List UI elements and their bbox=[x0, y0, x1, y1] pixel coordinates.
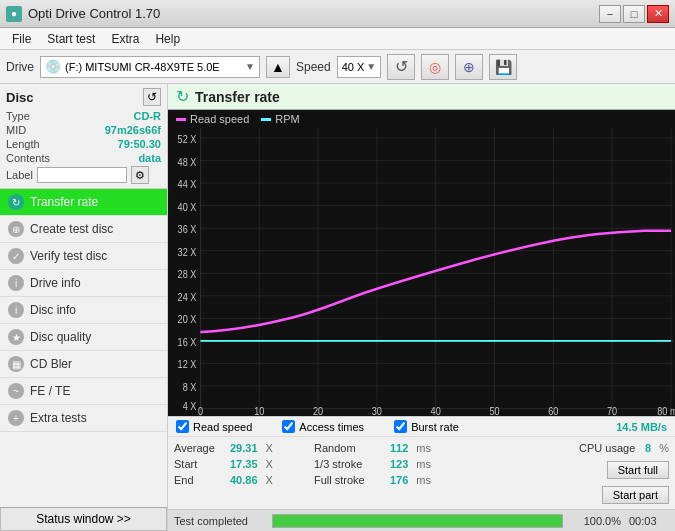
nav-label-create-test-disc: Create test disc bbox=[30, 222, 113, 236]
nav-item-cd-bler[interactable]: ▦ CD Bler bbox=[0, 351, 167, 378]
check-burst-rate: Burst rate bbox=[394, 420, 459, 433]
nav-icon-cd-bler: ▦ bbox=[8, 356, 24, 372]
disc-mid-key: MID bbox=[6, 124, 26, 136]
drive-selector[interactable]: 💿 (F:) MITSUMI CR-48X9TE 5.0E ▼ bbox=[40, 56, 260, 78]
svg-text:28 X: 28 X bbox=[178, 268, 197, 280]
menu-start-test[interactable]: Start test bbox=[39, 30, 103, 48]
nav-label-drive-info: Drive info bbox=[30, 276, 81, 290]
legend-dot-pink bbox=[176, 118, 186, 121]
progress-bar-inner bbox=[273, 515, 562, 527]
disc-mid-value: 97m26s66f bbox=[105, 124, 161, 136]
speed-selector[interactable]: 40 X ▼ bbox=[337, 56, 382, 78]
checkbox-read-speed[interactable] bbox=[176, 420, 189, 433]
svg-text:8 X: 8 X bbox=[183, 381, 197, 393]
svg-rect-0 bbox=[168, 128, 675, 416]
menu-extra[interactable]: Extra bbox=[103, 30, 147, 48]
nav-label-fe-te: FE / TE bbox=[30, 384, 70, 398]
stat-start-row: Start 17.35 X bbox=[174, 456, 314, 472]
svg-text:40: 40 bbox=[431, 405, 441, 416]
nav-icon-disc-quality: ★ bbox=[8, 329, 24, 345]
speed-value: 40 X bbox=[342, 61, 365, 73]
close-button[interactable]: ✕ bbox=[647, 5, 669, 23]
disc-type-key: Type bbox=[6, 110, 30, 122]
chart-legend: Read speed RPM bbox=[168, 110, 675, 128]
stat-random-row: Random 112 ms bbox=[314, 440, 464, 456]
disc-label-input[interactable] bbox=[37, 167, 127, 183]
stat-fullstroke-row: Full stroke 176 ms bbox=[314, 472, 464, 488]
stat-start-key: Start bbox=[174, 458, 224, 470]
menu-help[interactable]: Help bbox=[147, 30, 188, 48]
progress-bar-outer bbox=[272, 514, 563, 528]
window-controls: − □ ✕ bbox=[599, 5, 669, 23]
legend-rpm-label: RPM bbox=[275, 113, 299, 125]
disc-section-title: Disc bbox=[6, 90, 33, 105]
nav-icon-fe-te: ~ bbox=[8, 383, 24, 399]
svg-text:40 X: 40 X bbox=[178, 201, 197, 213]
disc-type-value: CD-R bbox=[134, 110, 162, 122]
svg-text:24 X: 24 X bbox=[178, 291, 197, 303]
stat-onethird-key: 1/3 stroke bbox=[314, 458, 384, 470]
nav-icon-disc-info: i bbox=[8, 302, 24, 318]
maximize-button[interactable]: □ bbox=[623, 5, 645, 23]
disc-label-key: Label bbox=[6, 169, 33, 181]
svg-text:30: 30 bbox=[372, 405, 382, 416]
checkbox-access-times[interactable] bbox=[282, 420, 295, 433]
nav-label-extra-tests: Extra tests bbox=[30, 411, 87, 425]
save-button[interactable]: 💾 bbox=[489, 54, 517, 80]
start-full-button[interactable]: Start full bbox=[607, 461, 669, 479]
title-bar: ● Opti Drive Control 1.70 − □ ✕ bbox=[0, 0, 675, 28]
nav-item-fe-te[interactable]: ~ FE / TE bbox=[0, 378, 167, 405]
drive-label: Drive bbox=[6, 60, 34, 74]
checkbox-burst-rate[interactable] bbox=[394, 420, 407, 433]
stat-cpu-unit: % bbox=[659, 442, 669, 454]
svg-text:70: 70 bbox=[607, 405, 617, 416]
stat-onethird-row: 1/3 stroke 123 ms bbox=[314, 456, 464, 472]
eject-button[interactable]: ▲ bbox=[266, 56, 290, 78]
status-window-button[interactable]: Status window >> bbox=[0, 507, 167, 531]
svg-text:48 X: 48 X bbox=[178, 156, 197, 168]
app-title: Opti Drive Control 1.70 bbox=[28, 6, 160, 21]
nav-item-transfer-rate[interactable]: ↻ Transfer rate bbox=[0, 189, 167, 216]
erase-button[interactable]: ◎ bbox=[421, 54, 449, 80]
refresh-drive-button[interactable]: ↺ bbox=[387, 54, 415, 80]
nav-item-disc-quality[interactable]: ★ Disc quality bbox=[0, 324, 167, 351]
copy-button[interactable]: ⊕ bbox=[455, 54, 483, 80]
legend-read-speed: Read speed bbox=[176, 113, 249, 125]
nav-item-verify-test-disc[interactable]: ✓ Verify test disc bbox=[0, 243, 167, 270]
nav-icon-transfer-rate: ↻ bbox=[8, 194, 24, 210]
checkboxes-row: Read speed Access times Burst rate 14.5 … bbox=[168, 417, 675, 437]
nav-item-drive-info[interactable]: i Drive info bbox=[0, 270, 167, 297]
app-icon: ● bbox=[6, 6, 22, 22]
menu-file[interactable]: File bbox=[4, 30, 39, 48]
stat-start-value: 17.35 bbox=[230, 458, 258, 470]
stat-fullstroke-key: Full stroke bbox=[314, 474, 384, 486]
stat-fullstroke-unit: ms bbox=[416, 474, 431, 486]
stat-end-key: End bbox=[174, 474, 224, 486]
stat-average-key: Average bbox=[174, 442, 224, 454]
svg-text:32 X: 32 X bbox=[178, 246, 197, 258]
nav-item-extra-tests[interactable]: + Extra tests bbox=[0, 405, 167, 432]
svg-text:36 X: 36 X bbox=[178, 223, 197, 235]
chart-header: ↻ Transfer rate bbox=[168, 84, 675, 110]
check-read-speed: Read speed bbox=[176, 420, 252, 433]
nav-item-disc-info[interactable]: i Disc info bbox=[0, 297, 167, 324]
stat-end-value: 40.86 bbox=[230, 474, 258, 486]
legend-rpm: RPM bbox=[261, 113, 299, 125]
nav-label-disc-info: Disc info bbox=[30, 303, 76, 317]
nav-menu: ↻ Transfer rate ⊕ Create test disc ✓ Ver… bbox=[0, 189, 167, 507]
disc-refresh-button[interactable]: ↺ bbox=[143, 88, 161, 106]
svg-text:0: 0 bbox=[198, 405, 203, 416]
disc-label-icon-button[interactable]: ⚙ bbox=[131, 166, 149, 184]
nav-item-create-test-disc[interactable]: ⊕ Create test disc bbox=[0, 216, 167, 243]
minimize-button[interactable]: − bbox=[599, 5, 621, 23]
disc-label-row: Label ⚙ bbox=[6, 166, 161, 184]
legend-dot-blue bbox=[261, 118, 271, 121]
start-part-button[interactable]: Start part bbox=[602, 486, 669, 504]
svg-text:80 min: 80 min bbox=[657, 405, 675, 416]
chart-title: Transfer rate bbox=[195, 89, 280, 105]
nav-icon-extra-tests: + bbox=[8, 410, 24, 426]
stat-random-key: Random bbox=[314, 442, 384, 454]
svg-text:4 X: 4 X bbox=[183, 400, 197, 412]
menu-bar: File Start test Extra Help bbox=[0, 28, 675, 50]
nav-icon-verify-test-disc: ✓ bbox=[8, 248, 24, 264]
